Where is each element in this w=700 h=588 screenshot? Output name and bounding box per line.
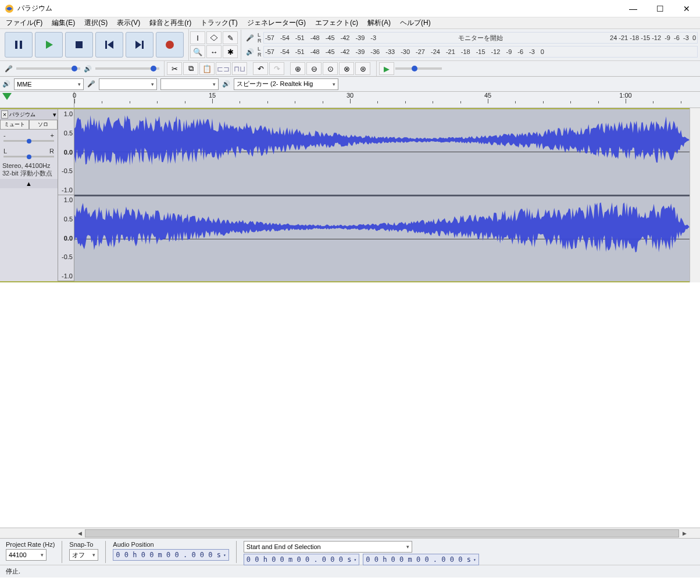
vertical-scrollbar[interactable] [690,108,700,282]
pan-slider[interactable]: LR [0,145,58,161]
minimize-button[interactable]: — [620,0,647,17]
track-close-button[interactable]: × [1,110,8,119]
trim-button[interactable]: ⊏⊐ [216,62,231,75]
track-name[interactable]: パラジウム [9,111,52,119]
menu-bar: ファイル(F) 編集(E) 選択(S) 表示(V) 録音と再生(r) トラック(… [0,17,700,29]
menu-edit[interactable]: 編集(E) [48,17,78,29]
amplitude-scale: 1.0 0.5 0.0 -0.5 -1.0 1.0 0.5 0.0 -0.5 -… [58,109,74,281]
selection-mode-combo[interactable]: Start and End of Selection [244,541,412,553]
waveform-display[interactable] [74,109,690,281]
close-button[interactable]: ✕ [673,0,700,17]
timeshift-tool[interactable]: ↔ [206,45,222,58]
record-button[interactable] [156,32,184,58]
recording-meter[interactable]: -57-54-51-48-45-42-39-3 モニターを開始 24 -21 -… [263,32,698,44]
audio-host-combo[interactable]: MME [14,78,84,90]
maximize-button[interactable]: ☐ [647,0,673,17]
mic-icon: 🎤 [244,34,256,42]
track-menu-dropdown[interactable]: ▾ [53,111,56,119]
selection-end-field[interactable]: 0 0 h 0 0 m 0 0 . 0 0 0 s [363,554,478,565]
title-bar: パラジウム — ☐ ✕ [0,0,700,17]
copy-button[interactable]: ⧉ [183,62,198,75]
paste-button[interactable]: 📋 [199,62,215,75]
zoom-in-button[interactable]: ⊕ [290,62,305,75]
menu-generate[interactable]: ジェネレーター(G) [244,17,309,29]
play-device-icon: 🔊 [222,80,230,88]
menu-select[interactable]: 選択(S) [81,17,111,29]
selection-toolbar: Project Rate (Hz) 44100 Snap-To オフ Audio… [0,538,700,565]
play-at-speed-toolbar: ▶ [376,61,444,76]
timeline-pin-icon[interactable] [2,93,12,100]
multi-tool[interactable]: ✱ [223,45,238,58]
redo-button[interactable]: ↷ [269,62,284,75]
pause-button[interactable] [5,32,33,58]
speaker-icon: 🔊 [244,48,256,56]
solo-button[interactable]: ソロ [29,120,58,130]
playback-device-combo[interactable]: スピーカー (2- Realtek Hig [234,78,338,90]
toolbar-area: I ✎ 🔍 ↔ ✱ 🎤 LR -57-54-51-48-45-42-39-3 モ… [0,29,700,77]
svg-rect-5 [105,41,107,49]
tools-toolbar: I ✎ 🔍 ↔ ✱ [188,29,241,60]
play-lr: LR [258,46,263,58]
rec-lr: LR [258,32,263,44]
recording-device-combo[interactable] [99,78,157,90]
app-logo-icon [5,4,14,13]
zoom-fit-button[interactable]: ⊗ [339,62,354,75]
zoom-tool[interactable]: 🔍 [190,45,205,58]
snap-to-label: Snap-To [69,541,98,548]
recording-channels-combo[interactable] [160,78,219,90]
mixer-toolbar: 🎤 🔊 [0,64,164,74]
zoom-toggle-button[interactable]: ⊛ [355,62,370,75]
track: × パラジウム ▾ ミュート ソロ -+ LR [0,108,690,282]
svg-marker-7 [135,41,141,49]
snap-to-combo[interactable]: オフ [69,549,98,561]
skip-end-button[interactable] [126,32,153,58]
horizontal-scrollbar[interactable]: ◀ ▶ [0,528,700,538]
zoom-out-button[interactable]: ⊖ [306,62,322,75]
svg-rect-1 [15,41,17,49]
project-rate-combo[interactable]: 44100 [6,549,47,561]
skip-start-button[interactable] [95,32,123,58]
play-at-speed-button[interactable]: ▶ [379,62,394,75]
timeline-ruler[interactable]: 01530451:00 [0,92,700,108]
selection-start-field[interactable]: 0 0 h 0 0 m 0 0 . 0 0 0 s [244,554,359,565]
menu-effect[interactable]: エフェクト(c) [312,17,362,29]
audio-position-field[interactable]: 0 0 h 0 0 m 0 0 . 0 0 0 s [113,549,228,561]
audio-position-label: Audio Position [113,541,228,548]
menu-tracks[interactable]: トラック(T) [197,17,241,29]
menu-transport[interactable]: 録音と再生(r) [146,17,195,29]
gain-slider[interactable]: -+ [0,130,58,145]
playback-meter[interactable]: -57-54-51-48-45-42-39-36-33-30-27-24-21-… [263,46,698,58]
mute-button[interactable]: ミュート [0,120,29,130]
project-rate-label: Project Rate (Hz) [6,541,55,548]
undo-button[interactable]: ↶ [253,62,268,75]
device-toolbar: 🔊 MME 🎤 🔊 スピーカー (2- Realtek Hig [0,77,700,92]
svg-point-9 [166,41,174,49]
draw-tool[interactable]: ✎ [223,31,238,44]
play-volume-slider[interactable] [95,67,159,70]
edit-toolbar: ✂ ⧉ 📋 ⊏⊐ ⊓⊔ ↶ ↷ ⊕ ⊖ ⊙ ⊗ ⊛ [164,61,373,76]
cut-button[interactable]: ✂ [167,62,182,75]
menu-view[interactable]: 表示(V) [113,17,144,29]
track-control-panel: × パラジウム ▾ ミュート ソロ -+ LR [0,109,58,281]
svg-rect-4 [76,41,83,48]
meter-toolbar: 🎤 LR -57-54-51-48-45-42-39-3 モニターを開始 24 … [241,30,700,60]
silence-button[interactable]: ⊓⊔ [232,62,247,75]
window-title: パラジウム [17,3,620,13]
rec-device-icon: 🎤 [87,80,95,88]
playback-speed-slider[interactable] [395,67,442,70]
status-bar: 停止. [0,565,700,578]
zoom-sel-button[interactable]: ⊙ [323,62,338,75]
menu-help[interactable]: ヘルプ(H) [397,17,434,29]
stop-button[interactable] [65,32,93,58]
menu-analyze[interactable]: 解析(A) [364,17,394,29]
selection-tool[interactable]: I [190,31,205,44]
play-button[interactable] [35,32,63,58]
svg-rect-2 [20,41,22,49]
rec-volume-slider[interactable] [16,67,80,70]
play-vol-icon: 🔊 [84,65,92,73]
track-format-info: Stereo, 44100Hz 32-bit 浮動小数点 [0,161,58,179]
menu-file[interactable]: ファイル(F) [2,17,46,29]
status-text: 停止. [6,567,20,576]
track-collapse-button[interactable]: ▲ [0,179,58,188]
envelope-tool[interactable] [206,31,222,44]
